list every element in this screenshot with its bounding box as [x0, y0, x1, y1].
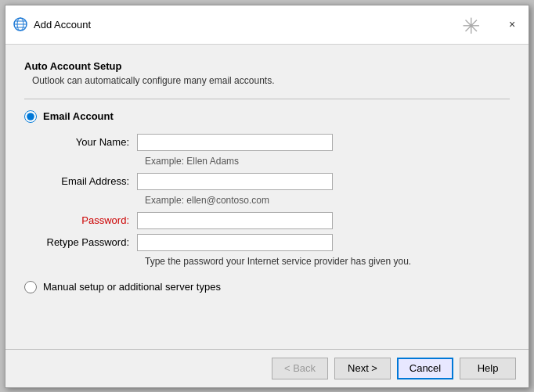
cancel-button[interactable]: Cancel	[397, 358, 453, 379]
manual-setup-row: Manual setup or additional server types	[24, 281, 510, 293]
password-input[interactable]	[137, 212, 333, 229]
dialog-body: Auto Account Setup Outlook can automatic…	[5, 45, 529, 349]
email-account-label: Email Account	[43, 110, 114, 122]
email-address-label: Email Address:	[43, 175, 137, 187]
help-button[interactable]: Help	[460, 358, 516, 379]
decorative-icon: ✳	[462, 13, 480, 39]
manual-setup-radio[interactable]	[24, 281, 37, 293]
close-button[interactable]: ×	[503, 16, 521, 33]
auto-setup-section: Auto Account Setup Outlook can automatic…	[24, 60, 510, 86]
dialog-title: Add Account	[34, 19, 91, 31]
password-row: Password:	[43, 212, 510, 229]
your-name-input[interactable]	[137, 134, 333, 151]
title-bar-left: Add Account	[13, 17, 91, 31]
top-right-area: ✳ ×	[462, 10, 521, 39]
dialog-footer: < Back Next > Cancel Help	[5, 349, 529, 387]
password-hint: Type the password your Internet service …	[145, 256, 510, 267]
manual-setup-label: Manual setup or additional server types	[43, 281, 221, 293]
email-account-radio[interactable]	[24, 110, 37, 123]
next-button[interactable]: Next >	[334, 358, 391, 379]
form-area: Your Name: Example: Ellen Adams Email Ad…	[43, 134, 510, 267]
add-account-dialog: Add Account ✳ × Auto Account Setup Outlo…	[5, 5, 529, 388]
retype-password-row: Retype Password:	[43, 234, 510, 251]
your-name-row: Your Name:	[43, 134, 510, 151]
email-address-input[interactable]	[137, 173, 333, 190]
back-button[interactable]: < Back	[272, 358, 328, 379]
retype-password-input[interactable]	[137, 234, 333, 251]
your-name-label: Your Name:	[43, 136, 137, 148]
title-bar: Add Account ✳ ×	[5, 5, 529, 45]
retype-password-label: Retype Password:	[43, 236, 137, 248]
auto-setup-description: Outlook can automatically configure many…	[32, 75, 510, 86]
email-account-section-header: Email Account	[24, 110, 510, 123]
email-address-hint: Example: ellen@contoso.com	[145, 195, 510, 206]
auto-setup-title: Auto Account Setup	[24, 60, 510, 72]
email-address-row: Email Address:	[43, 173, 510, 190]
separator	[24, 99, 510, 99]
password-label: Password:	[43, 214, 137, 226]
globe-icon	[13, 17, 27, 31]
your-name-hint: Example: Ellen Adams	[145, 156, 510, 167]
